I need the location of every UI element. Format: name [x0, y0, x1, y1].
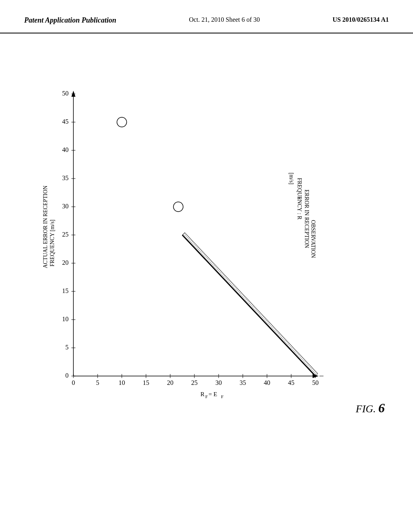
x-tick-0: 0	[72, 379, 75, 386]
x-tick-20: 20	[167, 379, 173, 386]
chart-svg: ACTUAL ERROR IN RECEPTION FREQUENCY [m/s…	[25, 58, 388, 501]
x-tick-5: 5	[96, 379, 99, 386]
x-axis-label-line1: OBSERVATION	[310, 220, 316, 258]
y-tick-10: 10	[62, 316, 69, 322]
data-point-2	[173, 202, 183, 212]
y-tick-15: 15	[62, 287, 69, 294]
header-date-sheet: Oct. 21, 2010 Sheet 6 of 30	[189, 16, 260, 23]
y-tick-50: 50	[62, 90, 69, 97]
data-point-1	[117, 117, 127, 127]
header-patent-number: US 2010/0265134 A1	[332, 16, 389, 23]
y-tick-25: 25	[62, 231, 69, 238]
x-tick-30: 30	[215, 379, 222, 386]
x-tick-40: 40	[264, 379, 270, 386]
equation-sub-f: F	[205, 394, 208, 399]
y-axis-label-line2: FREQUENCY [m/s]	[49, 220, 55, 267]
y-tick-40: 40	[62, 146, 69, 153]
y-axis-label-line1: ACTUAL ERROR IN RECEPTION	[42, 185, 48, 268]
x-tick-50: 50	[312, 379, 319, 386]
y-tick-20: 20	[62, 259, 69, 266]
x-tick-10: 10	[119, 379, 125, 386]
equation-sub-f2: F	[221, 394, 223, 399]
y-tick-45: 45	[62, 118, 69, 125]
main-content: ACTUAL ERROR IN RECEPTION FREQUENCY [m/s…	[0, 33, 413, 525]
x-tick-35: 35	[240, 379, 246, 386]
x-tick-25: 25	[191, 379, 198, 386]
diagonal-hatch	[182, 233, 318, 376]
x-tick-15: 15	[143, 379, 149, 386]
figure-number: 6	[378, 401, 385, 415]
header-publication: Patent Application Publication	[24, 16, 116, 25]
x-axis-label-sub: F	[297, 197, 302, 200]
equation-equals: = E	[209, 391, 217, 397]
y-tick-0: 0	[65, 372, 69, 379]
x-axis-label-unit: [m/s]	[288, 172, 294, 185]
x-tick-45: 45	[288, 379, 294, 386]
x-axis-label-line2: ERROR IN RECEPTION	[304, 189, 310, 248]
y-tick-35: 35	[62, 175, 69, 181]
equation-label: R	[200, 391, 204, 397]
y-tick-30: 30	[62, 203, 69, 210]
figure-label: FIG.	[355, 403, 376, 415]
y-tick-5: 5	[65, 344, 69, 351]
page-header: Patent Application Publication Oct. 21, …	[0, 0, 413, 33]
